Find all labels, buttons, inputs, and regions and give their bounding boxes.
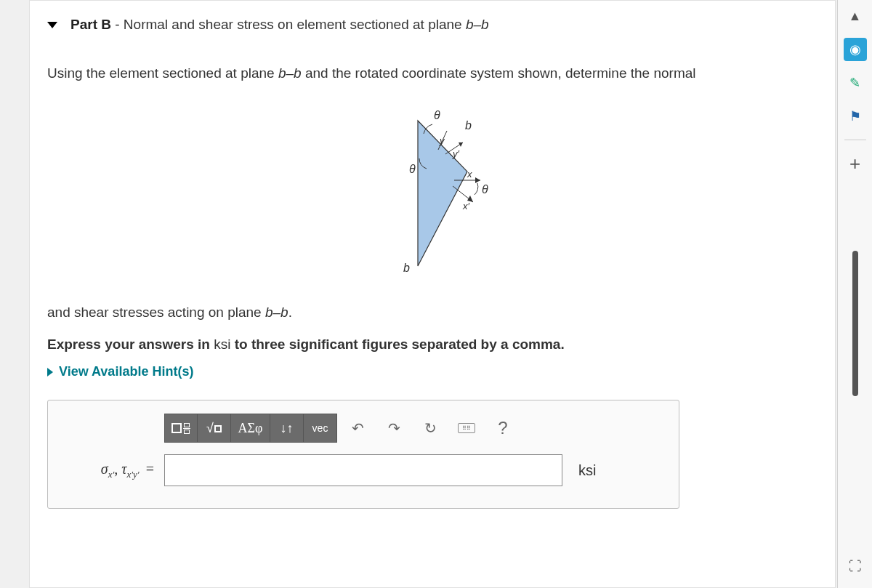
- redo-button[interactable]: ↷: [378, 414, 410, 443]
- svg-marker-5: [475, 177, 480, 183]
- reset-button[interactable]: ↻: [414, 414, 446, 443]
- subsup-button[interactable]: ↓↑: [270, 414, 304, 443]
- keyboard-button[interactable]: ⠿⠿: [451, 414, 483, 443]
- answer-variable-label: σx′, τx′y′ =: [62, 461, 157, 480]
- diagram-label-theta-top: θ: [434, 109, 440, 121]
- question-text-2: and shear stresses acting on plane b–b.: [47, 302, 818, 323]
- part-label: Part B: [70, 17, 111, 32]
- answer-panel: √ ΑΣφ ↓↑ vec ↶ ↷ ↻ ⠿⠿ ? σx′, τx′y′ =: [47, 400, 679, 509]
- part-title: Part B - Normal and shear stress on elem…: [70, 17, 489, 33]
- part-title-plane: b–b: [466, 17, 489, 32]
- diagram: b b θ y y′ θ x x′ θ: [47, 92, 818, 295]
- templates-button[interactable]: [164, 414, 198, 443]
- camera-icon[interactable]: ◉: [844, 38, 867, 61]
- question-text-1: Using the element sectioned at plane b–b…: [47, 63, 818, 84]
- part-title-text: Normal and shear stress on element secti…: [124, 17, 466, 32]
- collapse-chevron-icon[interactable]: [47, 22, 57, 28]
- greek-button[interactable]: ΑΣφ: [231, 414, 270, 443]
- answer-instruction: Express your answers in ksi to three sig…: [47, 337, 818, 353]
- diagram-label-yprime: y′: [452, 148, 460, 159]
- answer-input[interactable]: [164, 454, 562, 486]
- diagram-label-b-bottom: b: [403, 262, 410, 274]
- diagram-label-b-top: b: [465, 119, 472, 132]
- sqrt-button[interactable]: √: [198, 414, 231, 443]
- view-hints-toggle[interactable]: View Available Hint(s): [47, 364, 818, 379]
- scroll-up-icon[interactable]: ▲: [844, 4, 867, 28]
- answer-row: σx′, τx′y′ = ksi: [62, 454, 664, 486]
- chevron-right-icon: [47, 368, 53, 376]
- plus-icon[interactable]: +: [844, 152, 867, 175]
- diagram-label-x: x: [467, 169, 472, 180]
- equation-toolbar: √ ΑΣφ ↓↑ vec ↶ ↷ ↻ ⠿⠿ ?: [164, 414, 664, 443]
- answer-unit: ksi: [578, 462, 596, 479]
- view-hints-label: View Available Hint(s): [59, 364, 193, 379]
- diagram-label-xprime: x′: [462, 201, 470, 212]
- side-rail: ▲ ◉ ✎ ⚑ + ⛶: [837, 0, 872, 588]
- diagram-label-theta-right: θ: [482, 183, 488, 196]
- fullscreen-icon[interactable]: ⛶: [844, 555, 867, 578]
- vec-button[interactable]: vec: [304, 414, 337, 443]
- question-panel: Part B - Normal and shear stress on elem…: [29, 0, 836, 588]
- help-button[interactable]: ?: [487, 414, 519, 443]
- rail-divider: [844, 140, 866, 140]
- undo-button[interactable]: ↶: [342, 414, 374, 443]
- flag-icon[interactable]: ⚑: [844, 105, 867, 128]
- scrollbar-thumb[interactable]: [852, 251, 858, 396]
- diagram-svg: b b θ y y′ θ x x′ θ: [338, 99, 527, 288]
- part-header: Part B - Normal and shear stress on elem…: [47, 17, 818, 33]
- diagram-label-theta-left: θ: [409, 163, 416, 175]
- paint-icon[interactable]: ✎: [844, 71, 867, 94]
